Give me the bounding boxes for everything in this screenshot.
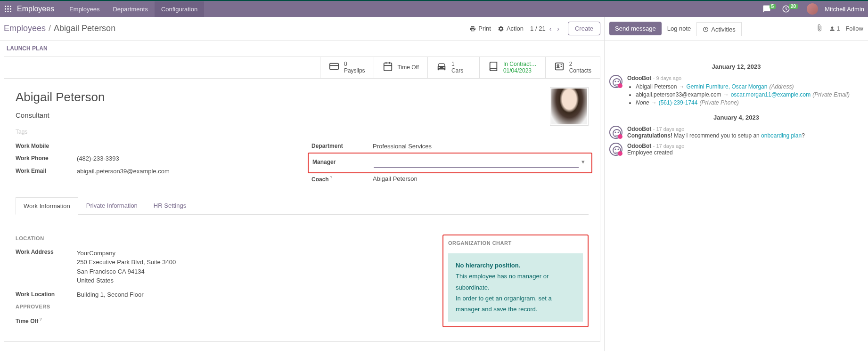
- stat-contacts[interactable]: 2Contacts: [545, 57, 600, 78]
- org-line1: No hierarchy position.: [456, 262, 520, 269]
- svg-rect-3: [5, 8, 6, 10]
- tab-hr-settings[interactable]: HR Settings: [146, 197, 194, 214]
- timeoff-approver-label: Time Off: [16, 317, 77, 324]
- pager: 1 / 21 ‹ ›: [530, 23, 561, 34]
- user-avatar[interactable]: [807, 3, 818, 15]
- change-new[interactable]: (561)-239-1744: [659, 99, 698, 106]
- work-address-label: Work Address: [16, 249, 77, 255]
- tags-field[interactable]: Tags: [16, 129, 589, 135]
- contacts-icon: [554, 61, 565, 74]
- action-label: Action: [507, 25, 524, 32]
- messages-badge: 5: [770, 4, 776, 9]
- stat-contract[interactable]: In Contract…01/04/2023: [479, 57, 545, 78]
- congrats-q: ?: [802, 132, 805, 139]
- tab-private-information[interactable]: Private Information: [78, 197, 146, 214]
- work-location-label: Work Location: [16, 291, 77, 298]
- work-email-value[interactable]: abigail.peterson39@example.com: [77, 168, 293, 175]
- svg-rect-13: [384, 63, 392, 71]
- pager-prev[interactable]: ‹: [548, 23, 554, 34]
- section-location: LOCATION: [16, 235, 431, 241]
- create-button[interactable]: Create: [568, 22, 600, 35]
- svg-rect-17: [555, 63, 563, 70]
- manager-input[interactable]: [374, 156, 579, 168]
- log-message: Employee created: [627, 149, 863, 156]
- print-button[interactable]: Print: [469, 25, 491, 32]
- log-time: - 17 days ago: [653, 143, 685, 149]
- nav-configuration[interactable]: Configuration: [155, 1, 204, 17]
- work-address-value[interactable]: YourCompany 250 Executive Park Blvd, Sui…: [77, 249, 431, 285]
- user-name[interactable]: Mitchell Admin: [825, 6, 864, 13]
- activities-tab[interactable]: Activities: [696, 22, 741, 36]
- follow-button[interactable]: Follow: [845, 25, 863, 32]
- work-mobile-label: Work Mobile: [16, 143, 77, 149]
- log-time: - 9 days ago: [653, 75, 682, 81]
- svg-rect-2: [10, 6, 11, 7]
- change-row: None→(561)-239-1744(Private Phone): [636, 99, 863, 106]
- car-icon: [436, 61, 447, 74]
- svg-point-25: [613, 146, 621, 154]
- cars-val: 1: [451, 61, 463, 67]
- stat-timeoff[interactable]: Time Off: [374, 57, 427, 78]
- org-line2: This employee has no manager or subordin…: [456, 271, 575, 293]
- work-phone-label: Work Phone: [16, 155, 77, 162]
- work-phone-value[interactable]: (482)-233-3393: [77, 155, 293, 162]
- activities-clock-icon[interactable]: 20: [782, 5, 799, 13]
- org-line3: In order to get an organigram, set a man…: [456, 293, 575, 315]
- log-author: OdooBot: [627, 126, 651, 132]
- congrats-text: May I recommend you to setup an: [672, 132, 761, 139]
- followers-icon[interactable]: 1: [829, 25, 840, 32]
- activities-label: Activities: [711, 26, 735, 33]
- stat-row: 0Payslips Time Off 1Cars: [4, 57, 600, 79]
- svg-point-27: [618, 149, 619, 150]
- department-value[interactable]: Professional Services: [373, 143, 589, 150]
- stat-cars[interactable]: 1Cars: [427, 57, 479, 78]
- svg-point-22: [613, 129, 621, 137]
- coach-value[interactable]: Abigail Peterson: [373, 175, 589, 182]
- svg-rect-8: [10, 11, 11, 12]
- breadcrumb-root[interactable]: Employees: [4, 24, 46, 33]
- action-button[interactable]: Action: [498, 25, 524, 32]
- stat-payslips[interactable]: 0Payslips: [320, 57, 374, 78]
- launch-plan-button[interactable]: LAUNCH PLAN: [0, 40, 604, 57]
- log-item: OdooBot - 9 days ago Abigail Peterson→Ge…: [609, 75, 863, 107]
- svg-point-24: [618, 132, 619, 133]
- employee-job-title[interactable]: Consultant: [16, 111, 589, 119]
- addr-company: YourCompany: [77, 249, 431, 258]
- log-item: OdooBot - 17 days ago Employee created: [609, 143, 863, 156]
- app-brand[interactable]: Employees: [17, 5, 54, 13]
- tab-work-information[interactable]: Work Information: [16, 197, 78, 215]
- contract-date: 01/04/2023: [503, 67, 537, 74]
- payslips-lbl: Payslips: [344, 67, 365, 74]
- change-new[interactable]: Gemini Furniture, Oscar Morgan: [686, 83, 767, 90]
- odoobot-avatar: [609, 143, 622, 156]
- nav-employees[interactable]: Employees: [63, 1, 106, 17]
- onboarding-link[interactable]: onboarding plan: [761, 132, 802, 139]
- chatter-body: January 12, 2023 OdooBot - 9 days ago Ab…: [604, 57, 868, 351]
- send-message-button[interactable]: Send message: [609, 22, 662, 35]
- log-author: OdooBot: [627, 75, 651, 81]
- change-field: (Private Email): [812, 91, 850, 98]
- payslips-val: 0: [344, 61, 365, 67]
- print-label: Print: [478, 25, 491, 32]
- coach-label: Coach: [311, 175, 373, 183]
- nav-departments[interactable]: Departments: [106, 1, 154, 17]
- log-note-button[interactable]: Log note: [662, 22, 697, 35]
- launch-plan-row: LAUNCH PLAN: [0, 40, 868, 57]
- work-location-value[interactable]: Building 1, Second Floor: [77, 291, 431, 298]
- addr-country: United States: [77, 276, 431, 285]
- pager-next[interactable]: ›: [555, 23, 561, 34]
- chatter-date-1: January 12, 2023: [609, 63, 863, 70]
- messages-icon[interactable]: 5: [762, 5, 778, 13]
- attachment-icon[interactable]: [816, 24, 823, 33]
- contract-status: In Contract…: [503, 61, 537, 67]
- apps-icon[interactable]: [4, 5, 12, 13]
- employee-photo[interactable]: [550, 87, 589, 126]
- change-row: Abigail Peterson→Gemini Furniture, Oscar…: [636, 83, 863, 90]
- addr-city: San Francisco CA 94134: [77, 267, 431, 276]
- svg-point-19: [613, 79, 621, 86]
- employee-name[interactable]: Abigail Peterson: [16, 90, 589, 105]
- change-new[interactable]: oscar.morgan11@example.com: [731, 91, 811, 98]
- manager-dropdown-icon[interactable]: ▾: [579, 158, 588, 165]
- pager-text[interactable]: 1 / 21: [530, 25, 546, 32]
- form-sheet: 0Payslips Time Off 1Cars: [4, 57, 600, 342]
